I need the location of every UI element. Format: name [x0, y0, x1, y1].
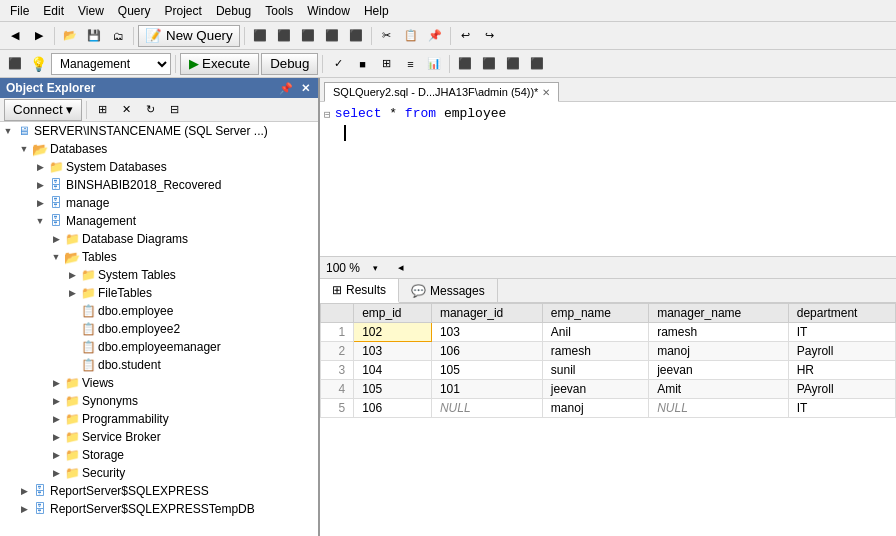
tree-item[interactable]: ▼ 🗄 Management — [0, 212, 318, 230]
menu-edit[interactable]: Edit — [37, 2, 70, 20]
connect-button[interactable]: Connect ▾ — [4, 99, 82, 121]
tree-node-icon: 📂 — [64, 249, 80, 265]
cut-button[interactable]: ✂ — [376, 25, 398, 47]
copy-button[interactable]: 📋 — [400, 25, 422, 47]
menu-project[interactable]: Project — [159, 2, 208, 20]
expand-icon[interactable]: ▶ — [48, 396, 64, 406]
table-row[interactable]: 4 105 101 jeevan Amit PAyroll — [321, 380, 896, 399]
expand-icon[interactable]: ▶ — [32, 198, 48, 208]
expand-icon[interactable]: ▶ — [16, 486, 32, 496]
tree-item[interactable]: ▼ 🖥 SERVER\INSTANCENAME (SQL Server ...) — [0, 122, 318, 140]
toolbar-btn-3[interactable]: ⬛ — [297, 25, 319, 47]
collapse-icon[interactable]: ▼ — [32, 216, 48, 226]
tree-item[interactable]: ▶ 📁 System Tables — [0, 266, 318, 284]
tree-item[interactable]: ▶ 📁 Service Broker — [0, 428, 318, 446]
query-tab-close[interactable]: ✕ — [542, 87, 550, 98]
tree-item[interactable]: 📋 dbo.employee — [0, 302, 318, 320]
query-tab-active[interactable]: SQLQuery2.sql - D...JHA13F\admin (54))* … — [324, 82, 559, 102]
filter-button[interactable]: ⊞ — [91, 99, 113, 121]
expand-icon[interactable]: ▶ — [48, 450, 64, 460]
menu-view[interactable]: View — [72, 2, 110, 20]
tree-item[interactable]: ▶ 🗄 manage — [0, 194, 318, 212]
table-row[interactable]: 2 103 106 ramesh manoj Payroll — [321, 342, 896, 361]
tree-item[interactable]: ▶ 📁 Storage — [0, 446, 318, 464]
tree-item[interactable]: ▶ 📁 Synonyms — [0, 392, 318, 410]
debug-button[interactable]: Debug — [261, 53, 318, 75]
menu-file[interactable]: File — [4, 2, 35, 20]
menu-debug[interactable]: Debug — [210, 2, 257, 20]
collapse-icon[interactable]: ▼ — [16, 144, 32, 154]
tree-item[interactable]: 📋 dbo.employeemanager — [0, 338, 318, 356]
collapse-icon[interactable]: ▼ — [48, 252, 64, 262]
tree-item[interactable]: ▶ 📁 System Databases — [0, 158, 318, 176]
sql-misc-2[interactable]: ⬛ — [478, 53, 500, 75]
redo-button[interactable]: ↪ — [479, 25, 501, 47]
sql-misc-3[interactable]: ⬛ — [502, 53, 524, 75]
menu-query[interactable]: Query — [112, 2, 157, 20]
table-row[interactable]: 5 106 NULL manoj NULL IT — [321, 399, 896, 418]
expand-icon[interactable]: ▶ — [48, 234, 64, 244]
tree-item[interactable]: ▶ 🗄 ReportServer$SQLEXPRESS — [0, 482, 318, 500]
forward-button[interactable]: ▶ — [28, 25, 50, 47]
toolbar-btn-5[interactable]: ⬛ — [345, 25, 367, 47]
collapse-button[interactable]: ⊟ — [163, 99, 185, 121]
menu-tools[interactable]: Tools — [259, 2, 299, 20]
tree-item[interactable]: 📋 dbo.employee2 — [0, 320, 318, 338]
tree-item[interactable]: ▶ 📁 Views — [0, 374, 318, 392]
tree-item[interactable]: ▼ 📂 Databases — [0, 140, 318, 158]
expand-icon[interactable]: ▶ — [32, 180, 48, 190]
oe-close-icon[interactable]: ✕ — [299, 82, 312, 95]
tree-item[interactable]: ▶ 📁 FileTables — [0, 284, 318, 302]
execute-button[interactable]: ▶ Execute — [180, 53, 259, 75]
result-text-btn[interactable]: ≡ — [399, 53, 421, 75]
tree-item[interactable]: ▶ 📁 Programmability — [0, 410, 318, 428]
new-query-button[interactable]: 📝 New Query — [138, 25, 240, 47]
tree-item[interactable]: 📋 dbo.student — [0, 356, 318, 374]
expand-icon[interactable]: ▶ — [32, 162, 48, 172]
back-button[interactable]: ◀ — [4, 25, 26, 47]
showplan-btn[interactable]: 📊 — [423, 53, 445, 75]
tree-item[interactable]: ▶ 📁 Security — [0, 464, 318, 482]
expand-icon[interactable]: ▶ — [64, 288, 80, 298]
expand-icon[interactable]: ▶ — [48, 414, 64, 424]
refresh-button[interactable]: ↻ — [139, 99, 161, 121]
toolbar-btn-2[interactable]: ⬛ — [273, 25, 295, 47]
menu-window[interactable]: Window — [301, 2, 356, 20]
query-editor[interactable]: ⊟ select * from employee — [320, 102, 896, 257]
expand-icon[interactable]: ▶ — [48, 432, 64, 442]
menu-help[interactable]: Help — [358, 2, 395, 20]
sql-misc-1[interactable]: ⬛ — [454, 53, 476, 75]
tree-item[interactable]: ▼ 📂 Tables — [0, 248, 318, 266]
zoom-dropdown-button[interactable]: ▾ — [364, 257, 386, 279]
toolbar-btn-1[interactable]: ⬛ — [249, 25, 271, 47]
oe-header-controls: 📌 ✕ — [277, 82, 312, 95]
tree-item[interactable]: ▶ 📁 Database Diagrams — [0, 230, 318, 248]
undo-button[interactable]: ↩ — [455, 25, 477, 47]
expand-icon[interactable]: ▶ — [48, 468, 64, 478]
toolbar-btn-4[interactable]: ⬛ — [321, 25, 343, 47]
save-button[interactable]: 💾 — [83, 25, 105, 47]
oe-pin-icon[interactable]: 📌 — [277, 82, 295, 95]
parse-btn[interactable]: ✓ — [327, 53, 349, 75]
table-row[interactable]: 3 104 105 sunil jeevan HR — [321, 361, 896, 380]
tab-results[interactable]: ⊞ Results — [320, 279, 399, 303]
expand-icon[interactable]: ▶ — [48, 378, 64, 388]
result-grid-btn[interactable]: ⊞ — [375, 53, 397, 75]
database-dropdown[interactable]: Management System Databases manage — [51, 53, 171, 75]
tab-messages[interactable]: 💬 Messages — [399, 279, 498, 302]
tree-item[interactable]: ▶ 🗄 ReportServer$SQLEXPRESSTempDB — [0, 500, 318, 518]
paste-button[interactable]: 📌 — [424, 25, 446, 47]
open-button[interactable]: 📂 — [59, 25, 81, 47]
sql-misc-4[interactable]: ⬛ — [526, 53, 548, 75]
tree-item[interactable]: ▶ 🗄 BINSHABIB2018_Recovered — [0, 176, 318, 194]
expand-icon[interactable]: ▶ — [16, 504, 32, 514]
scroll-left-button[interactable]: ◂ — [390, 257, 412, 279]
sql-toolbar-btn-1[interactable]: ⬛ — [4, 53, 26, 75]
stop-btn[interactable]: ■ — [351, 53, 373, 75]
expand-icon[interactable]: ▶ — [64, 270, 80, 280]
table-row[interactable]: 1 102 103 Anil ramesh IT — [321, 323, 896, 342]
cell-manager-name: jeevan — [649, 361, 789, 380]
save-all-button[interactable]: 🗂 — [107, 25, 129, 47]
stop-filter-button[interactable]: ✕ — [115, 99, 137, 121]
collapse-icon[interactable]: ▼ — [0, 126, 16, 136]
